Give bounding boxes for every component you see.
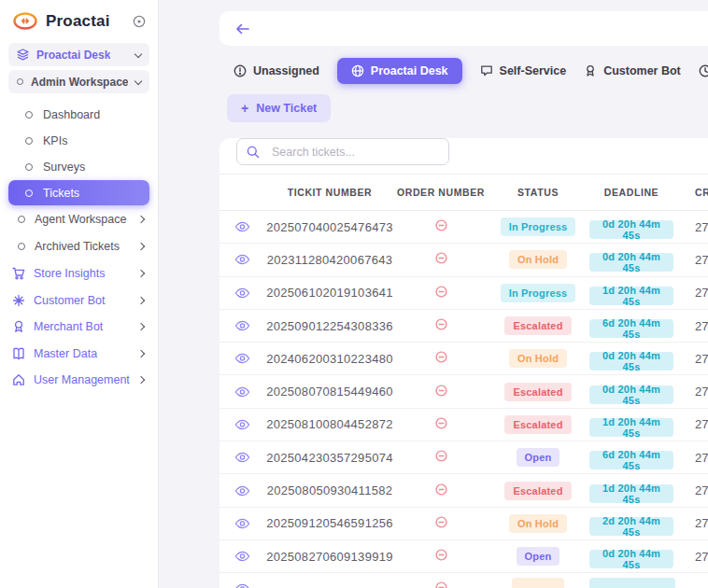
view-ticket-eye-icon[interactable] (234, 320, 250, 331)
bullet-icon (25, 111, 33, 119)
no-order-minus-circle-icon (435, 318, 447, 330)
bullet-icon (18, 216, 25, 223)
created-value: 27 (673, 385, 708, 399)
sidebar-item-master-data[interactable]: Master Data (0, 341, 158, 368)
view-ticket-eye-icon[interactable] (234, 221, 250, 232)
view-ticket-eye-icon[interactable] (234, 287, 250, 299)
sidebar-item-label: KPIs (43, 134, 67, 147)
chevron-right-icon (137, 350, 145, 357)
view-ticket-eye-icon[interactable] (234, 254, 250, 265)
logo-row: Proactai (0, 0, 158, 39)
header-ticket-number: TICKIT NUMBER (264, 187, 395, 198)
sidebar-item-store-insights[interactable]: Store Insights (0, 260, 158, 287)
deadline-cell: 2d 20h 44m 45s (589, 511, 673, 536)
sidebar-item-archived-tickets[interactable]: Archived Tickets (0, 232, 158, 259)
deadline-badge: 1d 20h 44m 45s (589, 418, 673, 437)
status-cell: Escalated (487, 316, 589, 335)
created-value: 27 (673, 516, 708, 530)
order-number-cell (395, 350, 487, 367)
admin-workspace-select[interactable]: Admin Workspace (8, 70, 149, 93)
tickets-table-card: TICKIT NUMBER ORDER NUMBER STATUS DEADLI… (219, 138, 708, 588)
view-ticket-eye-icon[interactable] (234, 353, 250, 364)
ticket-number: 202504230357295074 (264, 451, 395, 465)
chevron-down-icon (135, 77, 142, 84)
sidebar-item-dashboard[interactable]: Dashboard (0, 102, 158, 128)
tab-near-overdue[interactable]: Near Overdue (699, 64, 708, 77)
status-cell: Escalated (487, 415, 589, 434)
new-ticket-label: New Ticket (256, 102, 317, 115)
sidebar-item-user-management[interactable]: User Management (0, 367, 158, 394)
chevron-right-icon (137, 376, 145, 384)
sidebar-collapse-toggle-icon[interactable] (133, 15, 146, 28)
new-ticket-button[interactable]: + New Ticket (227, 94, 331, 122)
sidebar-item-label: Archived Tickets (35, 240, 120, 253)
status-badge: In Progress (501, 217, 576, 236)
no-order-minus-circle-icon (435, 581, 447, 588)
deadline-cell: 6d 20h 44m 45s (589, 314, 673, 338)
deadline-cell: 1d 20h 44m 45s (589, 281, 673, 305)
tab-label: Unassigned (253, 64, 319, 77)
no-order-minus-circle-icon (435, 252, 447, 264)
table-row: 202406200310223480 On Hold 0d 20h 44m 45… (219, 343, 708, 375)
table-row: 202311280420067643 On Hold 0d 20h 44m 45… (219, 244, 708, 276)
tab-customer-bot[interactable]: Customer Bot (584, 64, 681, 77)
view-ticket-eye-icon[interactable] (234, 518, 250, 529)
tab-self-service[interactable]: Self-Service (480, 64, 567, 77)
layers-icon (17, 49, 29, 61)
workspace-select[interactable]: Proactai Desk (8, 43, 149, 66)
book-icon (12, 347, 25, 360)
search-icon (247, 146, 260, 159)
bullet-icon (25, 189, 33, 197)
back-arrow-icon[interactable] (235, 22, 250, 35)
ticket-number: 202507040025476473 (264, 220, 395, 234)
order-number-cell (395, 449, 487, 466)
search-input[interactable] (270, 145, 439, 160)
deadline-cell (589, 578, 673, 588)
sidebar-item-agent-workspace[interactable]: Agent Workspace (0, 205, 158, 232)
sidebar-item-merchant-bot[interactable]: Merchant Bot (0, 314, 158, 341)
table-row: 202509120546591256 On Hold 2d 20h 44m 45… (219, 508, 708, 540)
table-row (219, 573, 708, 588)
row-actions-cell (219, 320, 264, 331)
status-cell: On Hold (487, 514, 589, 533)
no-order-minus-circle-icon (435, 450, 447, 462)
tab-label: Self-Service (500, 64, 567, 77)
status-badge: On Hold (509, 514, 567, 533)
sidebar-item-customer-bot[interactable]: Customer Bot (0, 287, 158, 315)
order-number-cell (395, 384, 487, 400)
sidebar-item-tickets[interactable]: Tickets (8, 180, 149, 205)
row-actions-cell (219, 353, 264, 364)
view-ticket-eye-icon[interactable] (234, 419, 250, 430)
ticket-queue-tabs: Unassigned Proactai Desk Self-Service (219, 58, 708, 84)
tab-label: Proactai Desk (371, 64, 448, 77)
view-ticket-eye-icon[interactable] (234, 386, 250, 398)
chat-icon (480, 64, 493, 77)
app-title: Proactai (46, 12, 110, 31)
bot-icon (584, 64, 597, 77)
bullet-icon (25, 137, 33, 145)
view-ticket-eye-icon[interactable] (234, 452, 250, 463)
status-badge: Open (517, 448, 560, 467)
created-value: 27 (673, 253, 708, 267)
desk-icon (351, 64, 364, 77)
sidebar-item-kpis[interactable]: KPIs (0, 128, 158, 154)
sidebar-item-surveys[interactable]: Surveys (0, 154, 158, 180)
status-cell: In Progress (487, 284, 589, 302)
view-ticket-eye-icon[interactable] (234, 485, 250, 497)
row-actions-cell (219, 254, 264, 265)
view-ticket-eye-icon[interactable] (234, 551, 250, 562)
status-cell (487, 578, 589, 588)
row-actions-cell (219, 518, 264, 529)
tab-proactai-desk[interactable]: Proactai Desk (337, 58, 462, 84)
bullet-icon (18, 243, 25, 250)
ticket-number: 202508070815449460 (264, 385, 395, 399)
order-number-cell (395, 483, 487, 499)
alert-circle-icon (234, 64, 247, 77)
table-row: 202509012254308336 Escalated 6d 20h 44m … (219, 310, 708, 343)
view-ticket-eye-icon[interactable] (234, 583, 250, 588)
chevron-right-icon (137, 297, 145, 304)
circle-icon (17, 78, 23, 85)
clock-icon (699, 64, 708, 77)
status-badge: In Progress (501, 284, 576, 302)
tab-unassigned[interactable]: Unassigned (234, 64, 319, 77)
